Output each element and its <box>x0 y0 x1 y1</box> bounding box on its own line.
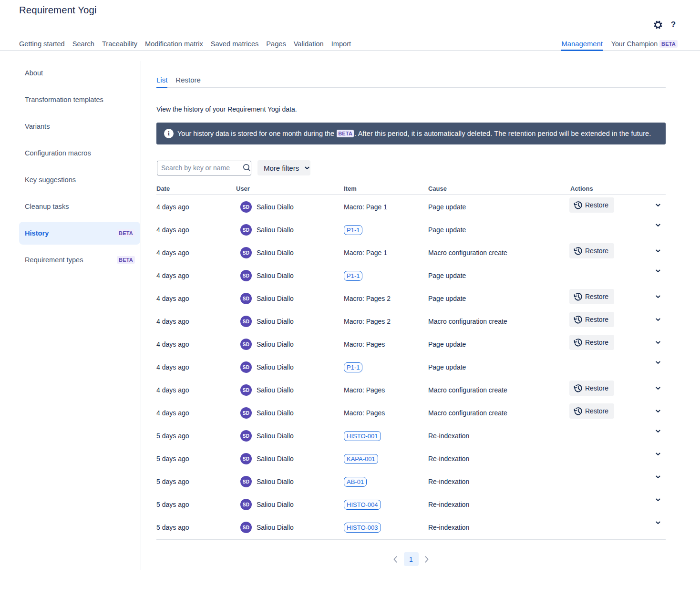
main-content: ListRestore View the history of your Req… <box>156 76 666 566</box>
cell-cause: Re-indexation <box>428 501 570 508</box>
requirement-key-link[interactable]: P1-1 <box>344 362 362 372</box>
tab-list[interactable]: List <box>156 76 167 88</box>
sidebar-item-requirement-types[interactable]: Requirement types BETA <box>19 248 140 271</box>
cell-cause: Macro configuration create <box>428 409 570 417</box>
chevron-down-icon <box>656 387 660 390</box>
requirement-key-link[interactable]: AB-01 <box>344 477 367 487</box>
cell-expand <box>653 271 666 280</box>
sidebar-item-label: Key suggestions <box>25 176 76 184</box>
nav-item-modification-matrix[interactable]: Modification matrix <box>145 38 203 50</box>
restore-button[interactable]: Restore <box>569 403 614 419</box>
requirement-key-link[interactable]: HISTO-004 <box>344 500 381 510</box>
next-page-button[interactable] <box>424 554 429 565</box>
cell-actions: Restore <box>570 291 653 306</box>
table-row: 5 days ago SD Saliou Diallo KAPA-001 Re-… <box>156 447 666 470</box>
champion-beta-badge: BETA <box>659 40 678 48</box>
sidebar-item-variants[interactable]: Variants <box>19 115 140 138</box>
expand-row-button[interactable] <box>653 247 663 256</box>
table-row: 4 days ago SD Saliou Diallo Macro: Page … <box>156 241 666 264</box>
expand-row-button[interactable] <box>653 407 663 416</box>
cell-date: 5 days ago <box>156 501 236 508</box>
expand-row-button[interactable] <box>653 473 663 482</box>
expand-row-button[interactable] <box>653 358 663 368</box>
nav-item-traceability[interactable]: Traceability <box>102 38 137 50</box>
expand-row-button[interactable] <box>653 267 663 276</box>
cell-expand <box>653 362 666 372</box>
sidebar-item-key-suggestions[interactable]: Key suggestions <box>19 168 140 191</box>
table-header-row: DateUserItemCauseActions <box>156 183 666 195</box>
expand-row-button[interactable] <box>653 384 663 393</box>
requirement-key-link[interactable]: HISTO-001 <box>344 431 381 441</box>
requirement-key-link[interactable]: P1-1 <box>344 271 362 281</box>
cell-cause: Re-indexation <box>428 524 570 531</box>
restore-button[interactable]: Restore <box>569 243 614 258</box>
cell-cause: Page update <box>428 363 570 371</box>
requirement-key-link[interactable]: KAPA-001 <box>344 454 378 464</box>
cell-expand <box>653 340 666 349</box>
previous-page-button[interactable] <box>393 554 398 565</box>
restore-button[interactable]: Restore <box>569 197 614 213</box>
restore-button[interactable]: Restore <box>569 312 614 327</box>
sidebar-item-label: Configuration macros <box>25 149 91 157</box>
cell-user: SD Saliou Diallo <box>236 384 344 396</box>
nav-item-search[interactable]: Search <box>72 38 94 50</box>
cell-item: P1-1 <box>344 225 428 235</box>
cell-user: SD Saliou Diallo <box>236 453 344 464</box>
nav-item-getting-started[interactable]: Getting started <box>19 38 65 50</box>
expand-row-button[interactable] <box>653 427 663 436</box>
cell-user: SD Saliou Diallo <box>236 361 344 373</box>
cell-actions: Restore <box>570 337 653 352</box>
cell-actions: Restore <box>570 382 653 398</box>
expand-row-button[interactable] <box>653 495 663 505</box>
nav-item-management[interactable]: Management <box>561 38 602 50</box>
cell-date: 5 days ago <box>156 524 236 531</box>
cell-date: 4 days ago <box>156 226 236 234</box>
user-avatar: SD <box>240 270 252 281</box>
help-button[interactable]: ? <box>668 19 679 31</box>
table-header-date: Date <box>156 185 236 192</box>
nav-item-pages[interactable]: Pages <box>266 38 286 50</box>
table-row: 4 days ago SD Saliou Diallo P1-1 Page up… <box>156 356 666 379</box>
table-header-item: Item <box>344 185 428 192</box>
nav-item-your-champion[interactable]: Your Champion BETA <box>611 38 678 50</box>
restore-icon <box>574 247 582 255</box>
cell-date: 4 days ago <box>156 409 236 417</box>
settings-button[interactable] <box>652 19 664 31</box>
table-row: 4 days ago SD Saliou Diallo Macro: Pages… <box>156 379 666 401</box>
requirement-key-link[interactable]: P1-1 <box>344 225 362 235</box>
nav-item-saved-matrices[interactable]: Saved matrices <box>211 38 259 50</box>
expand-row-button[interactable] <box>653 518 663 528</box>
top-navigation: Getting startedSearchTraceabilityModific… <box>0 38 700 51</box>
cell-item: HISTO-003 <box>344 523 428 533</box>
sidebar-item-transformation-templates[interactable]: Transformation templates <box>19 88 140 111</box>
nav-item-validation[interactable]: Validation <box>294 38 324 50</box>
restore-button[interactable]: Restore <box>569 289 614 304</box>
more-filters-button[interactable]: More filters <box>257 160 310 175</box>
tab-restore[interactable]: Restore <box>175 76 201 88</box>
expand-row-button[interactable] <box>653 450 663 459</box>
sidebar-item-label: About <box>25 69 43 77</box>
expand-row-button[interactable] <box>653 221 663 230</box>
sidebar-item-history[interactable]: History BETA <box>19 222 140 245</box>
expand-row-button[interactable] <box>653 292 663 302</box>
cell-user: SD Saliou Diallo <box>236 522 344 533</box>
cell-actions: Restore <box>570 405 653 421</box>
nav-right-group: Management Your Champion BETA <box>561 38 678 50</box>
sidebar-item-cleanup-tasks[interactable]: Cleanup tasks <box>19 195 140 218</box>
nav-item-import[interactable]: Import <box>331 38 351 50</box>
expand-row-button[interactable] <box>653 201 663 210</box>
user-avatar: SD <box>240 499 252 510</box>
restore-button[interactable]: Restore <box>569 335 614 350</box>
table-row: 4 days ago SD Saliou Diallo Macro: Pages… <box>156 401 666 424</box>
cell-date: 4 days ago <box>156 386 236 394</box>
sidebar-item-configuration-macros[interactable]: Configuration macros <box>19 142 140 165</box>
page-1-button[interactable]: 1 <box>404 552 419 566</box>
restore-label: Restore <box>585 247 608 255</box>
expand-row-button[interactable] <box>653 338 663 348</box>
expand-row-button[interactable] <box>653 315 663 325</box>
restore-button[interactable]: Restore <box>569 381 614 396</box>
search-input[interactable] <box>157 161 251 175</box>
restore-label: Restore <box>585 384 608 392</box>
sidebar-item-about[interactable]: About <box>19 62 140 84</box>
requirement-key-link[interactable]: HISTO-003 <box>344 523 381 533</box>
